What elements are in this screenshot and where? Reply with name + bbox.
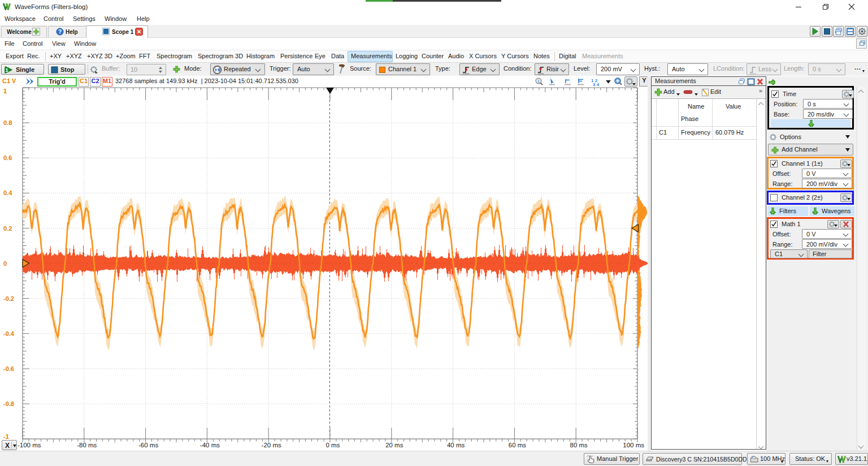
svg-text:0.8: 0.8 bbox=[3, 119, 12, 126]
svg-text:1: 1 bbox=[537, 79, 540, 83]
svg-text:40 ms: 40 ms bbox=[447, 442, 465, 448]
svg-text:-20 ms: -20 ms bbox=[262, 442, 281, 448]
svg-text:0: 0 bbox=[3, 260, 7, 267]
svg-text:3 4: 3 4 bbox=[593, 82, 600, 87]
svg-text:-40 ms: -40 ms bbox=[200, 442, 220, 448]
svg-text:-1: -1 bbox=[3, 433, 9, 440]
svg-text:0 ms: 0 ms bbox=[326, 442, 340, 448]
svg-text:-0.4: -0.4 bbox=[3, 330, 15, 337]
svg-text:-100 ms: -100 ms bbox=[18, 442, 41, 448]
svg-text:-0.8: -0.8 bbox=[3, 400, 14, 407]
svg-text:-0.6: -0.6 bbox=[3, 365, 14, 372]
svg-text:-80 ms: -80 ms bbox=[77, 442, 97, 448]
svg-text:-60 ms: -60 ms bbox=[138, 442, 158, 448]
svg-text:1: 1 bbox=[5, 67, 8, 72]
svg-text:0.4: 0.4 bbox=[3, 189, 12, 196]
svg-text:60 ms: 60 ms bbox=[509, 442, 527, 448]
svg-text:?: ? bbox=[58, 29, 62, 35]
svg-text:1: 1 bbox=[3, 88, 7, 94]
svg-text:20 ms: 20 ms bbox=[385, 442, 403, 448]
svg-text:0.2: 0.2 bbox=[3, 225, 12, 232]
svg-text:80 ms: 80 ms bbox=[570, 442, 588, 448]
svg-text:-0.2: -0.2 bbox=[3, 295, 14, 302]
svg-text:100 ms: 100 ms bbox=[623, 442, 644, 448]
svg-text:0.6: 0.6 bbox=[3, 154, 12, 161]
